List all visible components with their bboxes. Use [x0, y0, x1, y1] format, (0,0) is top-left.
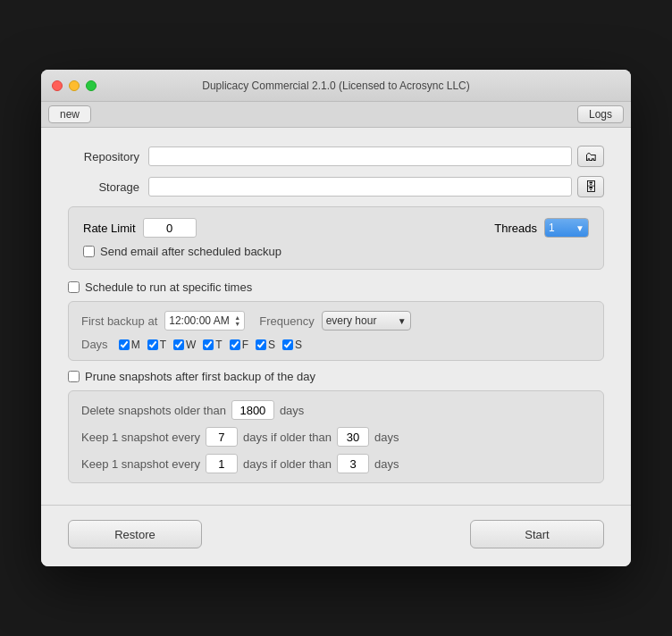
rate-limit-input[interactable] — [143, 218, 197, 238]
start-button[interactable]: Start — [470, 520, 604, 548]
day-f-checkbox[interactable] — [230, 339, 240, 350]
prune-box: Delete snapshots older than days Keep 1 … — [68, 390, 604, 483]
toolbar-spacer — [91, 105, 577, 123]
rate-limit-label: Rate Limit — [83, 222, 136, 235]
first-backup-label: First backup at — [81, 314, 157, 328]
threads-arrow-icon: ▼ — [575, 223, 584, 233]
repository-browse-button[interactable]: 🗂 — [577, 146, 604, 167]
frequency-dropdown[interactable]: every hour ▼ — [322, 311, 411, 331]
database-icon: 🗄 — [584, 180, 597, 194]
repository-label: Repository — [68, 150, 139, 163]
schedule-time-row: First backup at 12:00:00 AM ▲ ▼ Frequenc… — [81, 311, 591, 331]
time-down-icon[interactable]: ▼ — [234, 321, 240, 327]
keep2-row: Keep 1 snapshot every days if older than… — [81, 454, 591, 473]
time-input-container: 12:00:00 AM ▲ ▼ — [164, 311, 245, 331]
day-m-checkbox[interactable] — [119, 339, 130, 350]
minimize-button[interactable] — [69, 80, 80, 91]
close-button[interactable] — [52, 80, 63, 91]
keep2-label1: Keep 1 snapshot every — [81, 457, 200, 471]
prune-checkbox-label[interactable]: Prune snapshots after first backup of th… — [68, 370, 315, 383]
schedule-checkbox-label[interactable]: Schedule to run at specific times — [68, 280, 252, 294]
storage-input[interactable] — [148, 177, 572, 197]
rate-threads-row: Rate Limit Threads 1 ▼ — [83, 218, 589, 238]
day-s2-checkbox[interactable] — [282, 339, 293, 350]
schedule-checkbox[interactable] — [68, 281, 80, 293]
time-value: 12:00:00 AM — [169, 314, 229, 327]
delete-row: Delete snapshots older than days — [81, 400, 591, 420]
keep1-value-input[interactable] — [206, 427, 238, 447]
day-t1-checkbox[interactable] — [147, 339, 158, 350]
send-email-checkbox[interactable] — [83, 246, 95, 257]
time-spinners: ▲ ▼ — [234, 314, 240, 327]
day-t2[interactable]: T — [203, 339, 222, 351]
schedule-checkbox-row: Schedule to run at specific times — [68, 280, 604, 294]
bottom-buttons: Restore Start — [41, 505, 631, 566]
day-s2[interactable]: S — [282, 339, 302, 351]
day-w-checkbox[interactable] — [173, 339, 184, 350]
settings-box: Rate Limit Threads 1 ▼ Send email after … — [68, 206, 604, 270]
keep1-label3: days — [374, 431, 399, 444]
frequency-label: Frequency — [259, 314, 314, 328]
storage-browse-button[interactable]: 🗄 — [577, 176, 604, 197]
days-row: Days M T W T — [81, 338, 591, 351]
days-label: Days — [81, 338, 108, 351]
restore-button[interactable]: Restore — [68, 520, 202, 548]
day-m[interactable]: M — [119, 339, 140, 351]
frequency-value: every hour — [326, 314, 377, 327]
traffic-lights — [52, 80, 97, 91]
delete-label1: Delete snapshots older than — [81, 404, 226, 417]
day-t1[interactable]: T — [147, 339, 166, 351]
folder-icon: 🗂 — [584, 149, 597, 163]
send-email-label[interactable]: Send email after scheduled backup — [83, 245, 281, 258]
new-tab[interactable]: new — [48, 105, 91, 123]
delete-label2: days — [280, 404, 304, 417]
keep1-row: Keep 1 snapshot every days if older than… — [81, 427, 591, 447]
main-content: Repository 🗂 Storage 🗄 Rate Limit Thread… — [41, 128, 631, 505]
day-f[interactable]: F — [230, 339, 248, 351]
keep2-value-input[interactable] — [206, 454, 238, 473]
repository-input[interactable] — [148, 146, 572, 166]
time-up-icon[interactable]: ▲ — [234, 314, 240, 321]
keep2-value2-input[interactable] — [337, 454, 369, 473]
delete-value-input[interactable] — [231, 400, 274, 420]
day-s1-checkbox[interactable] — [256, 339, 266, 350]
threads-dropdown[interactable]: 1 ▼ — [544, 218, 589, 238]
days-checkboxes: M T W T F — [119, 339, 302, 351]
titlebar: Duplicacy Commercial 2.1.0 (Licensed to … — [41, 70, 631, 102]
toolbar: new Logs — [41, 102, 631, 128]
email-row: Send email after scheduled backup — [83, 245, 589, 258]
day-w[interactable]: W — [173, 339, 196, 351]
keep1-label2: days if older than — [243, 431, 332, 444]
day-t2-checkbox[interactable] — [203, 339, 214, 350]
maximize-button[interactable] — [86, 80, 97, 91]
storage-label: Storage — [68, 180, 139, 194]
schedule-box: First backup at 12:00:00 AM ▲ ▼ Frequenc… — [68, 301, 604, 361]
window-title: Duplicacy Commercial 2.1.0 (Licensed to … — [202, 80, 469, 92]
prune-checkbox[interactable] — [68, 371, 80, 382]
storage-row: Storage 🗄 — [68, 176, 604, 197]
prune-checkbox-row: Prune snapshots after first backup of th… — [68, 370, 604, 383]
main-window: Duplicacy Commercial 2.1.0 (Licensed to … — [41, 70, 631, 566]
threads-label: Threads — [494, 222, 537, 235]
keep1-label1: Keep 1 snapshot every — [81, 431, 200, 444]
day-s1[interactable]: S — [256, 339, 275, 351]
frequency-arrow-icon: ▼ — [398, 316, 407, 326]
repository-row: Repository 🗂 — [68, 146, 604, 167]
keep1-value2-input[interactable] — [337, 427, 369, 447]
keep2-label3: days — [374, 457, 399, 471]
threads-value: 1 — [549, 222, 555, 234]
keep2-label2: days if older than — [243, 457, 332, 471]
logs-button[interactable]: Logs — [577, 105, 624, 123]
